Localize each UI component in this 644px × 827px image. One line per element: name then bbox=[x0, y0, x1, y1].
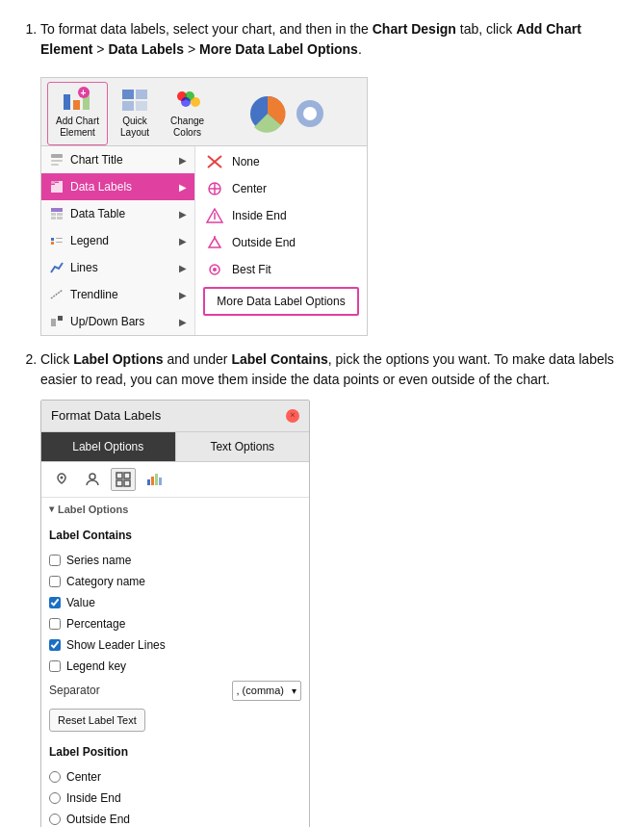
svg-rect-23 bbox=[55, 181, 59, 182]
sub-item-center[interactable]: Center bbox=[195, 175, 367, 202]
category-name-checkbox[interactable] bbox=[49, 576, 61, 587]
reset-label-text-button[interactable]: Reset Label Text bbox=[49, 709, 145, 733]
change-colors-label: ChangeColors bbox=[170, 116, 204, 139]
svg-rect-34 bbox=[58, 316, 63, 321]
svg-rect-55 bbox=[159, 478, 162, 485]
anchor-icon-button[interactable] bbox=[49, 468, 74, 491]
percentage-label: Percentage bbox=[66, 615, 125, 633]
sub-item-none[interactable]: None bbox=[195, 148, 367, 175]
step-1-text: To format data labels, select your chart… bbox=[40, 19, 621, 60]
add-chart-element-button[interactable]: + Add ChartElement bbox=[47, 82, 108, 145]
step-2: Click Label Options and under Label Cont… bbox=[40, 349, 621, 827]
menu-item-data-table[interactable]: Data Table ▶ bbox=[41, 200, 194, 227]
chart-title-icon bbox=[49, 152, 64, 168]
menu-right-column: None Center Inside End bbox=[195, 146, 367, 335]
sub-label-none: None bbox=[232, 153, 260, 170]
value-checkbox[interactable] bbox=[49, 597, 61, 608]
more-data-label-options-button[interactable]: More Data Label Options bbox=[203, 287, 359, 316]
svg-rect-30 bbox=[56, 238, 63, 239]
ribbon-bar: + Add ChartElement Qu bbox=[41, 78, 367, 146]
sub-item-outside-end[interactable]: Outside End bbox=[195, 229, 367, 256]
outside-end-radio[interactable] bbox=[49, 814, 61, 825]
tab-label-options-text: Label Options bbox=[72, 440, 143, 453]
step-1: To format data labels, select your chart… bbox=[40, 19, 621, 336]
best-fit-icon bbox=[205, 262, 224, 277]
sub-item-best-fit[interactable]: Best Fit bbox=[195, 256, 367, 283]
panel-title: Format Data Labels bbox=[51, 406, 161, 426]
svg-rect-52 bbox=[147, 479, 150, 485]
outside-end-radio-label: Outside End bbox=[66, 811, 130, 827]
svg-marker-42 bbox=[209, 238, 220, 247]
label-options-section-header[interactable]: Label Options bbox=[41, 498, 309, 522]
svg-rect-8 bbox=[136, 101, 147, 111]
chart-icon-button[interactable] bbox=[142, 468, 167, 491]
menu-item-trendline[interactable]: Trendline ▶ bbox=[41, 281, 194, 308]
menu-item-legend[interactable]: Legend ▶ bbox=[41, 227, 194, 254]
lines-icon bbox=[49, 260, 64, 275]
svg-rect-25 bbox=[51, 213, 56, 216]
none-icon bbox=[205, 154, 224, 169]
more-option-label: More Data Label Options bbox=[217, 295, 345, 308]
legend-icon bbox=[49, 233, 64, 248]
quick-layout-icon bbox=[119, 87, 150, 114]
quick-layout-button[interactable]: QuickLayout bbox=[110, 82, 160, 145]
legend-key-checkbox[interactable] bbox=[49, 660, 61, 672]
menu-label-updown-bars: Up/Down Bars bbox=[70, 313, 144, 330]
svg-rect-50 bbox=[116, 480, 122, 486]
menu-label-trendline: Trendline bbox=[70, 286, 118, 303]
panel-close-button[interactable]: × bbox=[286, 409, 299, 423]
change-colors-button[interactable]: ChangeColors bbox=[162, 82, 213, 145]
trendline-arrow: ▶ bbox=[179, 288, 187, 302]
svg-rect-19 bbox=[51, 185, 55, 193]
checkbox-value: Value bbox=[49, 592, 301, 613]
add-chart-icon: + bbox=[63, 87, 93, 114]
lines-arrow: ▶ bbox=[179, 261, 187, 275]
label-contains-section: Label Contains Series name Category name… bbox=[41, 521, 309, 827]
menu-label-lines: Lines bbox=[70, 259, 98, 276]
data-labels-arrow: ▶ bbox=[179, 180, 187, 194]
show-leader-lines-label: Show Leader Lines bbox=[66, 636, 166, 654]
svg-rect-32 bbox=[56, 242, 63, 243]
svg-rect-16 bbox=[51, 154, 63, 158]
menu-item-updown-bars[interactable]: Up/Down Bars ▶ bbox=[41, 308, 194, 335]
svg-rect-49 bbox=[124, 473, 130, 478]
menu-item-chart-title[interactable]: Chart Title ▶ bbox=[41, 146, 194, 173]
updown-bars-icon bbox=[49, 314, 64, 329]
tab-text-options[interactable]: Text Options bbox=[176, 432, 310, 461]
sub-item-inside-end[interactable]: Inside End bbox=[195, 202, 367, 229]
separator-select[interactable]: , (comma) ▾ bbox=[232, 681, 302, 701]
center-radio-label: Center bbox=[66, 768, 101, 786]
percentage-checkbox[interactable] bbox=[49, 618, 61, 630]
svg-point-45 bbox=[213, 268, 217, 271]
outside-end-icon bbox=[205, 235, 224, 250]
legend-arrow: ▶ bbox=[179, 234, 187, 248]
menu-item-lines[interactable]: Lines ▶ bbox=[41, 254, 194, 281]
svg-rect-20 bbox=[55, 183, 59, 193]
separator-dropdown-arrow: ▾ bbox=[292, 684, 296, 698]
menu-item-data-labels[interactable]: Data Labels ▶ bbox=[41, 173, 194, 200]
svg-rect-0 bbox=[64, 94, 70, 110]
category-name-label: Category name bbox=[66, 573, 145, 590]
inside-end-radio[interactable] bbox=[49, 792, 61, 804]
svg-point-46 bbox=[61, 476, 64, 478]
chart-title-arrow: ▶ bbox=[179, 153, 187, 168]
svg-point-11 bbox=[181, 97, 191, 107]
person-icon-button[interactable] bbox=[80, 468, 105, 491]
center-radio[interactable] bbox=[49, 771, 61, 783]
grid-icon bbox=[116, 472, 131, 487]
center-icon bbox=[205, 181, 224, 196]
sub-label-outside-end: Outside End bbox=[232, 234, 296, 251]
svg-rect-29 bbox=[51, 238, 54, 241]
show-leader-lines-checkbox[interactable] bbox=[49, 639, 61, 651]
series-name-checkbox[interactable] bbox=[49, 555, 61, 566]
panel-header: Format Data Labels × bbox=[41, 401, 309, 432]
dropdown-menu: Chart Title ▶ bbox=[41, 146, 367, 335]
svg-point-47 bbox=[90, 474, 95, 479]
panel-icons-row bbox=[41, 462, 309, 498]
tab-label-options[interactable]: Label Options bbox=[41, 432, 176, 461]
svg-rect-18 bbox=[51, 164, 59, 166]
svg-rect-6 bbox=[136, 90, 147, 99]
label-options-section-label: Label Options bbox=[58, 502, 128, 518]
menu-label-chart-title: Chart Title bbox=[70, 151, 123, 168]
grid-icon-button[interactable] bbox=[111, 468, 136, 491]
